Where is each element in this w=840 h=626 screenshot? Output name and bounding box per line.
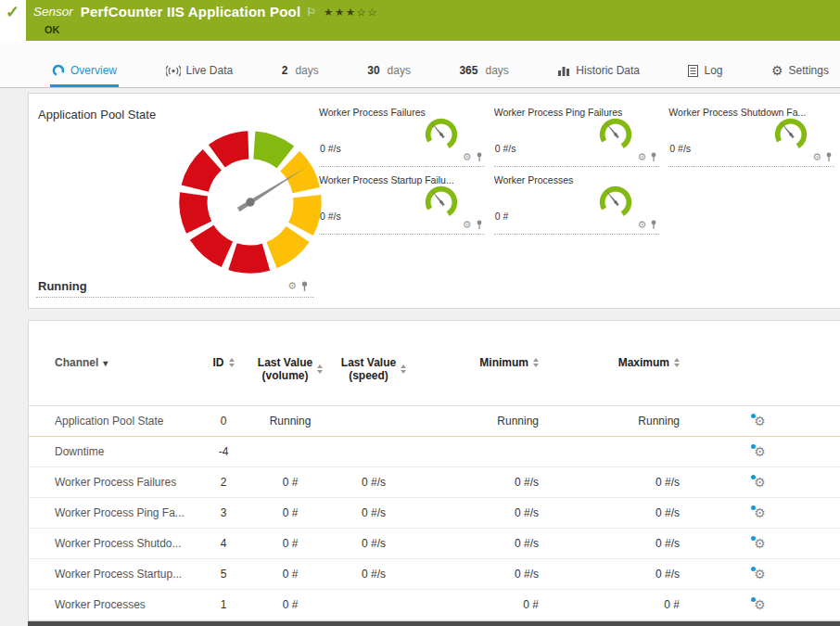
gauge-tile-worker-process-shutdown-failures[interactable]: Worker Process Shutdown Fa... 0 #/s ⚙ [668, 101, 834, 167]
table-row-application-pool-state[interactable]: Application Pool State 0 Running Running… [29, 406, 840, 437]
small-gauge-icon [596, 115, 635, 154]
channel-settings-gear-icon[interactable]: ⚙ [754, 476, 766, 489]
pin-icon[interactable] [476, 152, 483, 162]
sensor-status-bar: ✓ Sensor PerfCounter IIS Application Poo… [0, 0, 840, 41]
cell-minimum: 0 #/s [418, 506, 539, 519]
channel-settings-gear-icon[interactable]: ⚙ [754, 445, 766, 458]
sort-icon[interactable] [674, 358, 680, 367]
tab-label-number: 365 [459, 64, 477, 77]
channel-settings-gear-icon[interactable]: ⚙ [754, 415, 766, 428]
tab-365-days[interactable]: 365 days [457, 57, 510, 87]
cell-channel: Worker Process Failures [29, 476, 196, 489]
col-header-label: ID [213, 356, 224, 369]
col-header-label: Minimum [479, 356, 528, 369]
pin-icon[interactable] [650, 152, 657, 162]
sort-icon[interactable] [229, 358, 235, 367]
chevron-down-icon: ▾ [103, 358, 108, 368]
main-gauge-footer: Running ⚙ [36, 279, 314, 298]
tab-settings[interactable]: ⚙ Settings [770, 57, 831, 87]
pin-icon[interactable] [825, 152, 833, 162]
cell-maximum: 0 #/s [539, 476, 680, 489]
tile-value: 0 #/s [669, 143, 691, 154]
table-row-worker-process-ping-failures[interactable]: Worker Process Ping Fa... 3 0 # 0 #/s 0 … [29, 498, 840, 529]
table-row-worker-process-failures[interactable]: Worker Process Failures 2 0 # 0 #/s 0 #/… [29, 467, 840, 498]
gauge-tile-worker-process-startup-failures[interactable]: Worker Process Startup Failu... 0 #/s ⚙ [319, 169, 485, 235]
pin-icon[interactable] [650, 220, 657, 230]
cell-maximum: 0 #/s [539, 506, 680, 519]
small-gauge-icon [771, 115, 810, 154]
tab-historic-data[interactable]: Historic Data [555, 57, 642, 87]
sensor-title: PerfCounter IIS Application Pool [81, 4, 301, 19]
cell-minimum: 0 #/s [418, 537, 539, 550]
table-row-worker-processes[interactable]: Worker Processes 1 0 # 0 # 0 # ⚙ [29, 590, 840, 620]
tab-log[interactable]: Log [686, 57, 724, 87]
col-header-label: Last Value [258, 356, 312, 369]
col-header-label: (volume) [258, 369, 312, 382]
cell-minimum: 0 #/s [418, 568, 539, 581]
tab-label: Overview [70, 64, 117, 77]
tab-2-days[interactable]: 2 days [280, 57, 321, 87]
sort-icon[interactable] [401, 364, 406, 374]
gauge-settings-gear-icon[interactable]: ⚙ [812, 152, 821, 162]
cell-channel: Downtime [29, 445, 196, 458]
col-header-last-value-volume[interactable]: Last Value (volume) [251, 356, 329, 383]
tab-overview[interactable]: Overview [50, 57, 119, 87]
cell-channel: Worker Process Startup... [29, 568, 196, 581]
status-check-icon: ✓ [6, 2, 19, 22]
tile-value: 0 # [495, 211, 509, 222]
tab-label-unit: days [295, 64, 318, 77]
cell-last-value-volume: 0 # [251, 476, 329, 489]
table-row-worker-process-shutdown-failures[interactable]: Worker Process Shutdo... 4 0 # 0 #/s 0 #… [29, 529, 840, 559]
channel-settings-gear-icon[interactable]: ⚙ [754, 537, 766, 550]
sort-icon[interactable] [317, 364, 323, 374]
tab-label: Live Data [186, 64, 234, 77]
gauge-settings-gear-icon[interactable]: ⚙ [463, 152, 472, 162]
cell-last-value-speed: 0 #/s [329, 476, 418, 489]
col-header-channel[interactable]: Channel ▾ [29, 356, 196, 369]
cell-channel: Application Pool State [29, 415, 196, 428]
cell-maximum: 0 # [539, 598, 680, 611]
tab-live-data[interactable]: Live Data [164, 57, 235, 87]
priority-flag-icon[interactable]: ⚐ [306, 6, 316, 19]
channel-settings-gear-icon[interactable]: ⚙ [754, 598, 766, 611]
cell-last-value-speed: 0 #/s [329, 506, 418, 519]
pin-icon[interactable] [300, 281, 309, 292]
object-kind-label: Sensor [33, 5, 73, 19]
cell-last-value-volume: 0 # [251, 506, 329, 519]
tab-30-days[interactable]: 30 days [365, 57, 413, 87]
cell-last-value-volume: 0 # [251, 568, 329, 581]
small-gauge-icon [422, 115, 461, 154]
gauge-settings-gear-icon[interactable]: ⚙ [637, 220, 646, 230]
channel-settings-gear-icon[interactable]: ⚙ [754, 506, 766, 519]
tab-label-unit: days [388, 64, 411, 77]
cell-id: 1 [196, 598, 251, 611]
gauge-tile-worker-process-ping-failures[interactable]: Worker Process Ping Failures 0 #/s ⚙ [494, 101, 660, 167]
application-pool-state-gauge[interactable] [164, 116, 337, 288]
cell-minimum: Running [418, 415, 539, 428]
table-row-worker-process-startup-failures[interactable]: Worker Process Startup... 5 0 # 0 #/s 0 … [29, 559, 840, 590]
gauge-tile-worker-processes[interactable]: Worker Processes 0 # ⚙ [494, 169, 660, 235]
col-header-id[interactable]: ID [196, 356, 251, 369]
cell-maximum: 0 #/s [539, 537, 680, 550]
priority-stars[interactable]: ★★★☆☆ [324, 6, 378, 19]
pin-icon[interactable] [476, 220, 483, 230]
cell-id: 2 [196, 476, 251, 489]
next-section-edge [28, 621, 840, 626]
tile-value: 0 #/s [320, 211, 341, 222]
gauge-settings-gear-icon[interactable]: ⚙ [463, 220, 472, 230]
cell-last-value-volume: 0 # [251, 537, 329, 550]
table-row-downtime[interactable]: Downtime -4 ⚙ [29, 437, 840, 467]
channel-settings-gear-icon[interactable]: ⚙ [754, 568, 766, 581]
col-header-minimum[interactable]: Minimum [418, 356, 539, 369]
small-gauge-icon [596, 183, 635, 222]
col-header-maximum[interactable]: Maximum [539, 356, 680, 369]
overview-gauges-panel: Application Pool State Running ⚙ Worker … [28, 93, 840, 309]
live-data-icon [166, 65, 181, 77]
cell-id: -4 [196, 445, 251, 458]
gauge-tile-worker-process-failures[interactable]: Worker Process Failures 0 #/s ⚙ [319, 101, 485, 167]
gauge-settings-gear-icon[interactable]: ⚙ [287, 281, 297, 291]
cell-last-value-speed: 0 #/s [329, 537, 418, 550]
status-badge: OK [45, 24, 60, 35]
gauge-settings-gear-icon[interactable]: ⚙ [637, 152, 646, 162]
col-header-last-value-speed[interactable]: Last Value (speed) [329, 356, 418, 383]
